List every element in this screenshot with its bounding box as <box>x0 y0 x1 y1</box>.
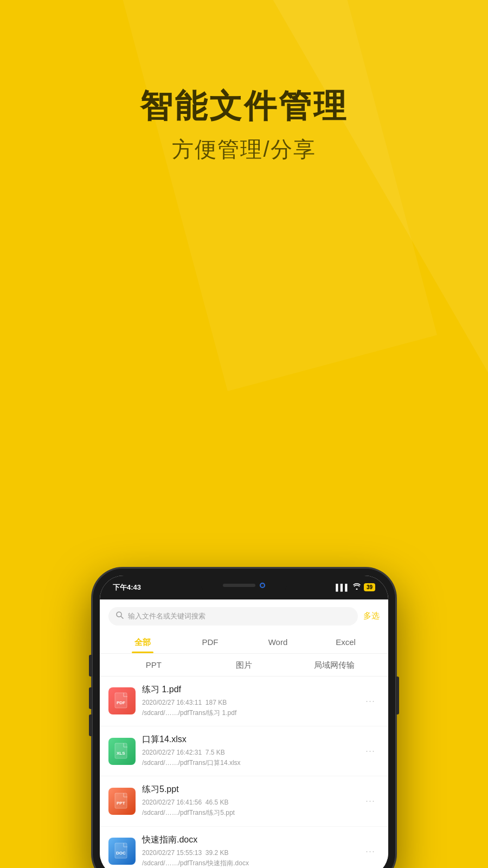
search-icon <box>116 611 124 621</box>
svg-text:PPT: PPT <box>117 801 125 806</box>
svg-text:XLS: XLS <box>117 751 125 756</box>
tab-all[interactable]: 全部 <box>108 631 176 653</box>
file-name-1: 练习 1.pdf <box>142 684 355 695</box>
file-icon-pdf: PDF <box>108 687 136 714</box>
file-icon-doc: DOC <box>108 838 136 865</box>
status-bar: 下午4:43 ▌▌▌ 39 <box>100 576 388 599</box>
file-item-3[interactable]: PPT 练习5.ppt 2020/02/27 16:41:56 46.5 KB … <box>100 776 388 826</box>
battery-badge: 39 <box>364 583 375 591</box>
file-more-2[interactable]: ··· <box>361 743 380 759</box>
file-info-4: 快速指南.docx 2020/02/27 15:55:13 39.2 KB /s… <box>142 834 355 868</box>
file-item-4[interactable]: DOC 快速指南.docx 2020/02/27 15:55:13 39.2 K… <box>100 827 388 868</box>
file-icon-ppt: PPT <box>108 788 136 815</box>
status-time: 下午4:43 <box>113 583 141 592</box>
file-name-2: 口算14.xlsx <box>142 734 355 745</box>
sub-title: 方便管理/分享 <box>0 135 488 164</box>
camera <box>260 583 265 588</box>
main-title: 智能文件管理 <box>0 87 488 126</box>
search-placeholder: 输入文件名或关键词搜索 <box>128 611 206 621</box>
tab-pdf[interactable]: PDF <box>176 631 244 653</box>
speaker <box>223 584 255 587</box>
file-more-4[interactable]: ··· <box>361 844 380 859</box>
svg-text:PDF: PDF <box>117 700 125 705</box>
phone-screen: 下午4:43 ▌▌▌ 39 <box>100 576 388 869</box>
phone-mockup: 下午4:43 ▌▌▌ 39 <box>92 568 396 869</box>
tab-ppt[interactable]: PPT <box>108 654 199 676</box>
signal-icon: ▌▌▌ <box>336 584 350 591</box>
svg-text:DOC: DOC <box>116 851 126 856</box>
file-name-3: 练习5.ppt <box>142 784 355 795</box>
file-info-3: 练习5.ppt 2020/02/27 16:41:56 46.5 KB /sdc… <box>142 784 355 818</box>
file-name-4: 快速指南.docx <box>142 834 355 846</box>
file-meta-4: 2020/02/27 15:55:13 39.2 KB /sdcard/……/p… <box>142 848 355 868</box>
status-icons: ▌▌▌ 39 <box>336 583 375 591</box>
file-item-1[interactable]: PDF 练习 1.pdf 2020/02/27 16:43:11 187 KB … <box>100 676 388 726</box>
svg-point-0 <box>117 612 121 617</box>
wifi-icon <box>353 583 361 591</box>
tab-word[interactable]: Word <box>244 631 312 653</box>
file-icon-xls: XLS <box>108 738 136 765</box>
file-item-2[interactable]: XLS 口算14.xlsx 2020/02/27 16:42:31 7.5 KB… <box>100 726 388 776</box>
app-content: 输入文件名或关键词搜索 多选 全部 PDF Word <box>100 599 388 869</box>
file-list: PDF 练习 1.pdf 2020/02/27 16:43:11 187 KB … <box>100 676 388 869</box>
phone-frame: 下午4:43 ▌▌▌ 39 <box>92 568 396 869</box>
header-section: 智能文件管理 方便管理/分享 <box>0 0 488 164</box>
tab-lan[interactable]: 局域网传输 <box>289 654 380 676</box>
search-input-box[interactable]: 输入文件名或关键词搜索 <box>108 607 358 626</box>
file-info-1: 练习 1.pdf 2020/02/27 16:43:11 187 KB /sdc… <box>142 684 355 718</box>
search-bar-row: 输入文件名或关键词搜索 多选 <box>100 599 388 631</box>
tabs-row-1: 全部 PDF Word Excel <box>100 631 388 654</box>
tab-excel[interactable]: Excel <box>312 631 380 653</box>
multiselect-button[interactable]: 多选 <box>363 611 380 621</box>
tabs-row-2: PPT 图片 局域网传输 <box>100 654 388 676</box>
file-more-1[interactable]: ··· <box>361 693 380 709</box>
file-meta-1: 2020/02/27 16:43:11 187 KB /sdcard/……/pd… <box>142 698 355 718</box>
tab-images[interactable]: 图片 <box>199 654 290 676</box>
file-info-2: 口算14.xlsx 2020/02/27 16:42:31 7.5 KB /sd… <box>142 734 355 768</box>
notch <box>201 576 287 595</box>
file-meta-3: 2020/02/27 16:41:56 46.5 KB /sdcard/……/p… <box>142 797 355 818</box>
svg-line-1 <box>121 617 124 619</box>
file-meta-2: 2020/02/27 16:42:31 7.5 KB /sdcard/……/pd… <box>142 748 355 768</box>
file-more-3[interactable]: ··· <box>361 793 380 809</box>
